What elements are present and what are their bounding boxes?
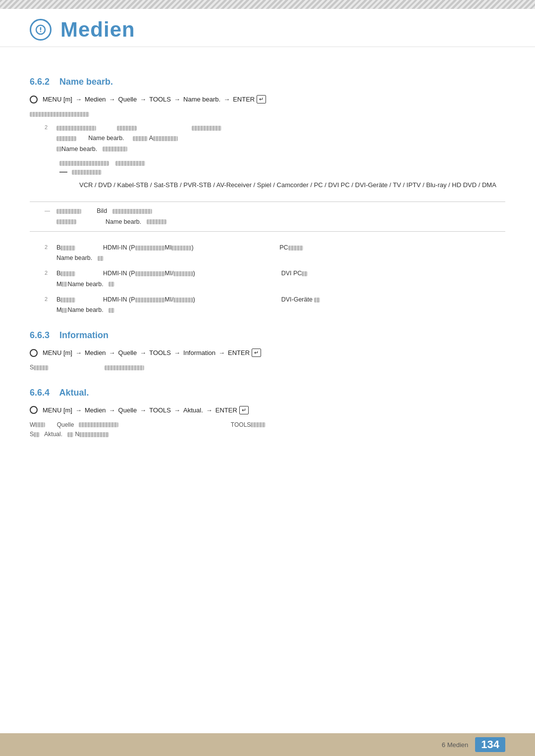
h3a xyxy=(60,298,75,302)
s7 xyxy=(56,147,61,151)
s664a xyxy=(35,422,45,427)
scrambled-663: S xyxy=(30,363,505,372)
section-6-6-3: 6.6.3 Information MENU [m] → Medien → Qu… xyxy=(30,330,505,372)
h2b xyxy=(135,271,165,276)
s1 xyxy=(56,126,96,131)
s664d xyxy=(34,432,40,437)
h3e xyxy=(61,308,67,313)
device-list: VCR / DVD / Kabel-STB / Sat-STB / PVR-ST… xyxy=(79,179,505,191)
h1b xyxy=(135,246,165,251)
footer-page: 134 xyxy=(475,737,505,752)
scrambled-664: W Quelle TOOLS S Aktual. N xyxy=(30,420,505,439)
hdmi-row-3: 2 B HDMI-IN (PMI/) DVI-Geräte MName bear… xyxy=(45,295,505,316)
hdmi-row-1: 2 B HDMI-IN (PMI) PC Name bearb. xyxy=(45,243,505,264)
note-bild: — Bild Name bearb. xyxy=(45,206,505,227)
s12 xyxy=(56,209,81,214)
h2d xyxy=(302,271,308,276)
menu-path-664: MENU [m] → Medien → Quelle → TOOLS → Akt… xyxy=(30,406,505,414)
divider-1 xyxy=(30,202,505,202)
menu-circle-icon-664 xyxy=(30,406,38,414)
s5 xyxy=(133,136,148,141)
page-title: Medien xyxy=(60,18,135,42)
h1a xyxy=(60,246,75,251)
menu-path-662: MENU [m] → Medien → Quelle → TOOLS → Nam… xyxy=(30,95,505,103)
s2 xyxy=(117,126,137,131)
h3f xyxy=(108,308,114,313)
s11 xyxy=(72,170,102,175)
s663a xyxy=(34,365,49,370)
bullet-row-bild: — Bild Name bearb. xyxy=(45,206,505,227)
s10 xyxy=(115,161,145,166)
footer: 6 Medien 134 xyxy=(0,733,535,756)
scrambled-text-1 xyxy=(30,112,89,117)
s6 xyxy=(153,136,178,141)
header: Medien xyxy=(0,9,535,47)
header-icon xyxy=(30,19,52,41)
section-heading-662: 6.6.2 Name bearb. xyxy=(30,77,505,87)
s4 xyxy=(56,136,76,141)
h3d xyxy=(314,298,320,302)
note-block-1: 2 Name bearb. xyxy=(45,123,505,154)
s664f xyxy=(79,432,109,437)
h2c xyxy=(173,271,193,276)
s664b xyxy=(79,422,118,427)
h2e xyxy=(61,282,67,287)
section-6-6-2: 6.6.2 Name bearb. MENU [m] → Medien → Qu… xyxy=(30,77,505,315)
s663b xyxy=(105,365,144,370)
enter-icon-664: ↵ xyxy=(239,406,249,414)
main-content: 6.6.2 Name bearb. MENU [m] → Medien → Qu… xyxy=(0,47,535,483)
s9 xyxy=(59,161,109,166)
s13 xyxy=(112,209,152,214)
s15 xyxy=(147,219,166,224)
bullet-row-1: 2 Name bearb. xyxy=(45,123,505,154)
hdmi-entries: 2 B HDMI-IN (PMI) PC Name bearb. xyxy=(45,243,505,316)
footer-chapter: 6 Medien xyxy=(442,741,468,749)
svg-point-2 xyxy=(40,31,41,32)
h2a xyxy=(60,271,75,276)
s664c xyxy=(251,422,266,427)
menu-path-663: MENU [m] → Medien → Quelle → TOOLS → Inf… xyxy=(30,349,505,357)
h1d xyxy=(288,246,303,251)
h1c xyxy=(171,246,191,251)
section-heading-664: 6.6.4 Aktual. xyxy=(30,388,505,398)
scrambled-intro-662 xyxy=(30,109,505,119)
s8 xyxy=(103,147,127,151)
menu-circle-icon xyxy=(30,96,38,103)
enter-icon-663: ↵ xyxy=(252,349,261,357)
s3 xyxy=(192,126,221,131)
h3c xyxy=(173,298,193,302)
hdmi-row-2: 2 B HDMI-IN (PMI/) DVI PC MName bearb. xyxy=(45,268,505,290)
section-6-6-4: 6.6.4 Aktual. MENU [m] → Medien → Quelle… xyxy=(30,388,505,439)
h1e xyxy=(98,256,104,261)
note-indent-1: — xyxy=(59,158,505,176)
enter-icon-662: ↵ xyxy=(257,95,266,103)
divider-2 xyxy=(30,231,505,232)
h2f xyxy=(108,282,114,287)
h3b xyxy=(135,298,165,302)
section-heading-663: 6.6.3 Information xyxy=(30,330,505,341)
s664e xyxy=(67,432,73,437)
top-banner xyxy=(0,0,535,9)
menu-circle-icon-663 xyxy=(30,349,38,357)
s14 xyxy=(56,219,76,224)
